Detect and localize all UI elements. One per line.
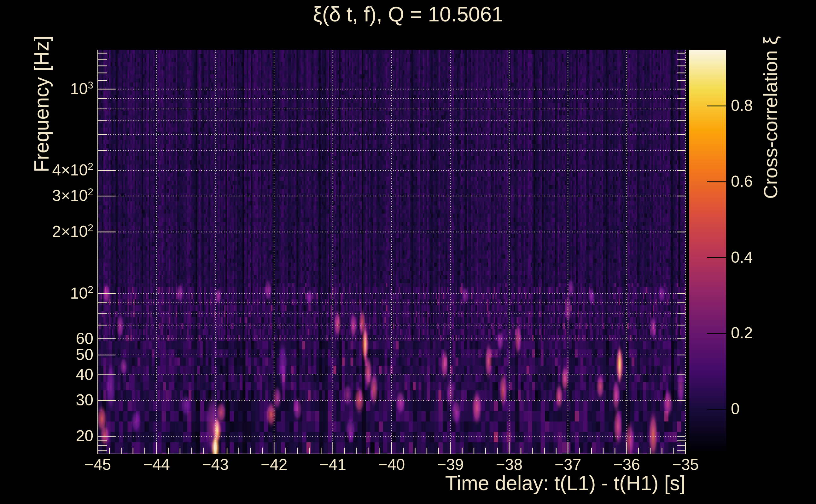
y-tick-label: 30 (76, 392, 93, 408)
colorbar-tick-label: 0.8 (731, 98, 753, 113)
y-tick-label: 2×102 (52, 224, 93, 239)
x-tick-label: −38 (496, 457, 522, 473)
figure: ξ(δ t, f), Q = 10.5061 Frequency [Hz] Ti… (0, 0, 816, 504)
y-tick-label: 20 (76, 428, 93, 444)
y-tick-label: 102 (70, 285, 93, 301)
y-tick-label: 50 (76, 347, 93, 363)
heatmap-canvas (0, 0, 816, 504)
y-axis-title: Frequency [Hz] (32, 36, 52, 172)
colorbar-tick-label: 0.2 (731, 325, 753, 341)
x-tick-label: −35 (672, 457, 699, 473)
x-tick-label: −41 (319, 457, 346, 473)
colorbar-title: Cross-correlation ξ (761, 36, 780, 199)
chart-title: ξ(δ t, f), Q = 10.5061 (313, 4, 503, 25)
x-tick-label: −36 (613, 457, 640, 473)
x-tick-label: −45 (84, 457, 111, 473)
x-tick-label: −44 (143, 457, 170, 473)
y-tick-label: 4×102 (52, 162, 93, 178)
x-tick-label: −43 (202, 457, 229, 473)
x-tick-label: −40 (378, 457, 405, 473)
colorbar-tick-label: 0 (731, 401, 740, 417)
x-tick-label: −37 (554, 457, 581, 473)
y-tick-label: 103 (70, 81, 93, 97)
x-tick-label: −42 (261, 457, 288, 473)
x-axis-title: Time delay: t(L1) - t(H1) [s] (445, 473, 686, 493)
colorbar-tick-label: 0.6 (731, 174, 753, 189)
y-tick-label: 60 (76, 331, 93, 347)
x-tick-label: −39 (437, 457, 464, 473)
colorbar-tick-label: 0.4 (731, 249, 753, 265)
y-tick-label: 3×102 (52, 188, 93, 203)
y-tick-label: 40 (76, 367, 93, 382)
